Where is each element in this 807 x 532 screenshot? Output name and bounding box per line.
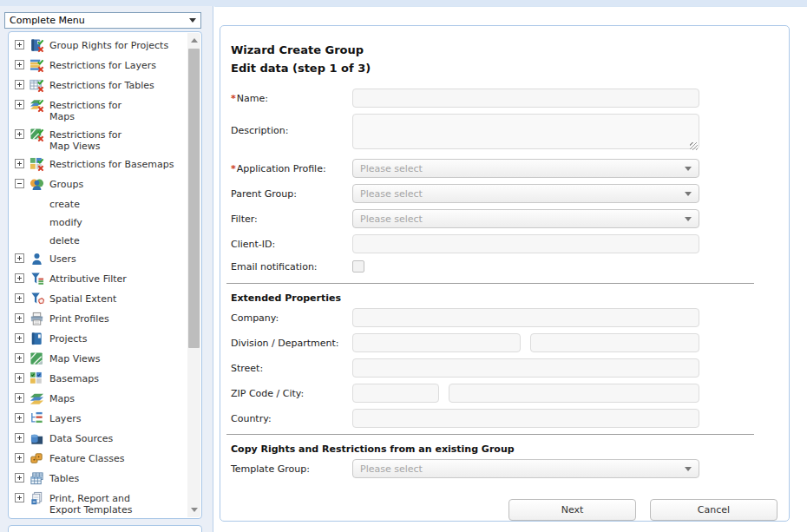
sidebar: Complete Menu Group Rights for ProjectsR… [0, 6, 213, 532]
chevron-down-icon [685, 217, 692, 225]
tree-item-restrictions-for[interactable]: Restrictions forMap Views [14, 126, 187, 155]
tree-subitem-create[interactable]: create [14, 195, 187, 213]
expand-toggle[interactable] [15, 333, 24, 343]
tree-subitem-modify[interactable]: modify [14, 213, 187, 232]
extended-properties-heading: Extended Properties [231, 292, 778, 304]
application-profile-row: *Application Profile: Please select [231, 159, 778, 178]
chevron-down-icon [189, 18, 196, 26]
city-input[interactable] [449, 384, 699, 403]
zip-code-input[interactable] [352, 384, 439, 403]
tree-item-label: Group Rights for Projects [49, 39, 168, 51]
expand-toggle[interactable] [15, 40, 24, 49]
division-input[interactable] [352, 333, 521, 352]
expand-toggle[interactable] [15, 60, 24, 69]
tree-item-users[interactable]: Users [14, 250, 187, 270]
expand-toggle[interactable] [15, 353, 24, 363]
menu-mode-dropdown[interactable]: Complete Menu [4, 12, 201, 29]
country-label: Country: [231, 409, 352, 424]
cancel-button[interactable]: Cancel [650, 499, 777, 521]
tree-item-label: Groups [49, 178, 83, 190]
next-button[interactable]: Next [508, 499, 636, 521]
division-department-row: Division / Department: [231, 333, 778, 352]
collapse-toggle[interactable] [15, 179, 24, 188]
feature-classes-icon [30, 451, 44, 466]
tree-item-projects[interactable]: Projects [14, 330, 187, 350]
chevron-down-icon [685, 192, 692, 200]
expand-toggle[interactable] [15, 413, 24, 423]
tree-item-restrictions-for-basemaps[interactable]: Restrictions for Basemaps [14, 155, 187, 175]
parent-group-row: Parent Group: Please select [231, 184, 778, 203]
client-id-row: Client-ID: [231, 234, 778, 253]
basemaps-icon [30, 371, 44, 386]
company-input[interactable] [352, 308, 699, 327]
tree-item-group-rights-for-projects[interactable]: Group Rights for Projects [14, 36, 187, 56]
filter-select[interactable]: Please select [352, 209, 699, 228]
template-group-label: Template Group: [231, 459, 352, 475]
scrollbar-thumb[interactable] [188, 49, 200, 348]
tree-item-basemaps[interactable]: Basemaps [14, 370, 187, 390]
tree-item-print-report-and[interactable]: Print, Report andExport Templates [14, 489, 187, 518]
tree-item-restrictions-for-tables[interactable]: Restrictions for Tables [14, 76, 187, 96]
tree-item-tables[interactable]: Tables [14, 470, 187, 489]
tree-item-print-profiles[interactable]: Print Profiles [14, 310, 187, 330]
description-textarea[interactable] [352, 114, 699, 149]
scrollbar-track[interactable] [187, 47, 200, 503]
expand-toggle[interactable] [15, 253, 24, 263]
tree-item-label: Projects [49, 332, 87, 345]
tree-item-layers[interactable]: Layers [14, 410, 187, 430]
expand-toggle[interactable] [15, 293, 24, 303]
tree-item-groups[interactable]: Groups [14, 175, 187, 195]
application-profile-select[interactable]: Please select [352, 159, 699, 178]
tree-item-label: create [49, 198, 80, 210]
parent-group-select[interactable]: Please select [352, 184, 699, 203]
expand-toggle[interactable] [15, 100, 24, 109]
required-asterisk: * [231, 93, 236, 104]
client-id-input[interactable] [352, 234, 699, 253]
tree-item-label: Data Sources [49, 432, 113, 444]
expand-toggle[interactable] [15, 493, 24, 502]
menu-mode-value: Complete Menu [10, 15, 189, 26]
expand-toggle[interactable] [15, 80, 24, 89]
section-divider [226, 283, 754, 284]
expand-toggle[interactable] [15, 129, 24, 139]
street-label: Street: [231, 358, 352, 374]
tree-item-spatial-extent[interactable]: Spatial Extent [14, 290, 187, 310]
tree-item-data-sources[interactable]: Data Sources [14, 430, 187, 450]
attributive-filter-icon [30, 272, 44, 286]
template-group-select[interactable]: Please select [352, 459, 699, 478]
tree-subitem-delete[interactable]: delete [14, 232, 187, 250]
tree-item-map-views[interactable]: Map Views [14, 350, 187, 370]
tree-scrollbar[interactable] [187, 33, 200, 517]
name-input[interactable] [352, 89, 699, 108]
expand-toggle[interactable] [15, 473, 24, 483]
expand-toggle[interactable] [15, 159, 24, 168]
name-label: *Name: [231, 89, 352, 104]
tree-item-restrictions-for[interactable]: Restrictions forMaps [14, 96, 187, 126]
select-placeholder: Please select [360, 213, 685, 225]
expand-toggle[interactable] [15, 433, 24, 443]
client-id-label: Client-ID: [231, 234, 352, 250]
top-strip [0, 0, 807, 6]
tree-item-label: delete [49, 234, 80, 246]
expand-toggle[interactable] [15, 313, 24, 323]
street-input[interactable] [352, 358, 699, 378]
tree-item-label: Users [49, 253, 76, 265]
spatial-extent-icon [30, 292, 44, 306]
groups-icon [30, 177, 44, 192]
tree-item-feature-classes[interactable]: Feature Classes [14, 450, 187, 470]
tree-item-maps[interactable]: Maps [14, 390, 187, 410]
email-notification-checkbox[interactable] [352, 260, 364, 273]
expand-toggle[interactable] [15, 393, 24, 403]
scroll-down-button[interactable] [187, 503, 200, 517]
resize-grip-icon[interactable] [690, 142, 698, 150]
expand-toggle[interactable] [15, 453, 24, 463]
tree-item-attributive-filter[interactable]: Attributive Filter [14, 270, 187, 290]
restrictions-maps-icon [30, 98, 44, 113]
tree-item-restrictions-for-layers[interactable]: Restrictions for Layers [14, 56, 187, 76]
expand-toggle[interactable] [15, 273, 24, 283]
country-input[interactable] [352, 409, 699, 428]
expand-toggle[interactable] [15, 373, 24, 383]
scroll-up-button[interactable] [187, 33, 200, 47]
required-asterisk: * [231, 163, 236, 174]
department-input[interactable] [530, 333, 699, 352]
